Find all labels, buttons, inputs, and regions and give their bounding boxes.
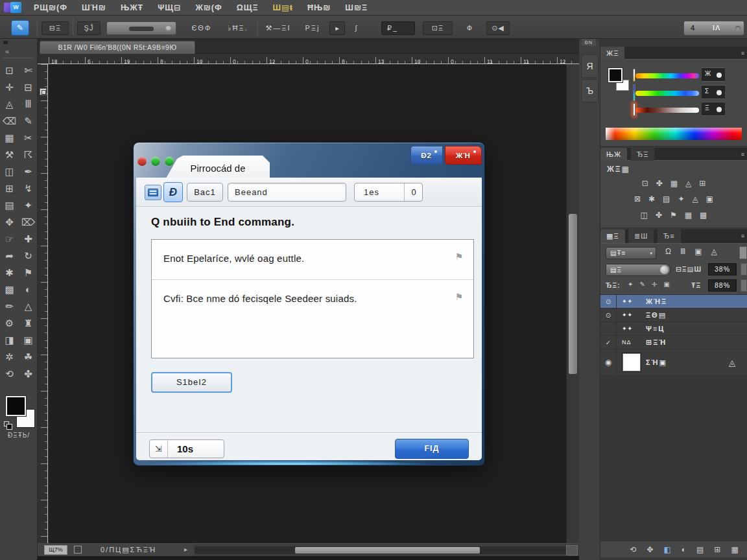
horizontal-scrollbar-thumb[interactable] (295, 547, 480, 554)
panel-menu-icon[interactable]: ≡ (741, 151, 744, 158)
history-panel-icon[interactable]: Я (581, 54, 599, 78)
swatch-row[interactable]: ⊠✱▤✦◬▣ (600, 194, 747, 204)
menu-item[interactable]: ШΉ₪ (75, 0, 113, 16)
panel-menu-icon[interactable]: ≡ (741, 233, 744, 239)
layer-name[interactable]: Ψ≡Ц (646, 322, 665, 336)
dialog-action-button[interactable]: Ð2 (410, 146, 442, 165)
opacity-dropdown[interactable]: ▤Ξ (606, 264, 670, 276)
flag-icon[interactable]: ⚑ (455, 251, 463, 262)
visibility-toggle[interactable]: ✓ (600, 336, 617, 349)
tool-button[interactable]: ✒ (19, 163, 38, 180)
zoom-traffic-light[interactable] (165, 157, 174, 166)
zoom-field[interactable]: Щ7% (44, 545, 67, 555)
vertical-scrollbar[interactable] (566, 64, 579, 543)
tab-channels[interactable]: ≣Ш (628, 229, 654, 243)
tool-button[interactable]: ⟲ (0, 366, 19, 382)
saturation-slider[interactable] (635, 91, 699, 96)
vertical-scrollbar-thumb[interactable] (569, 214, 577, 374)
mode-options[interactable]: ЄΘΦ (185, 21, 218, 35)
slider-value-box[interactable]: Σ (702, 85, 725, 99)
tool-button[interactable]: ↯ (19, 180, 38, 197)
back-button[interactable]: Bac1 (187, 183, 223, 202)
tool-button[interactable]: ▦ (0, 130, 19, 146)
active-tool-button[interactable]: ✎ (11, 20, 29, 36)
tool-button[interactable]: ◬ (0, 96, 19, 113)
tool-button[interactable]: ✱ (0, 264, 19, 281)
foreground-color-swatch[interactable] (608, 68, 622, 82)
minimize-traffic-light[interactable] (151, 157, 160, 166)
pressure-icon[interactable]: ∫ (353, 21, 361, 35)
visibility-toggle[interactable] (600, 322, 617, 335)
tool-button[interactable]: ⚒ (0, 146, 19, 163)
timer-control[interactable]: ⇲ 10s (149, 439, 224, 458)
color-spectrum-ramp[interactable] (606, 128, 742, 140)
tool-button[interactable]: ✂ (19, 130, 38, 146)
layer-row[interactable]: ⊙ ✦✦ ΞΘ▤ (600, 309, 747, 322)
tool-button[interactable]: ✥ (0, 214, 19, 231)
tool-button[interactable]: ✚ (19, 231, 38, 248)
tool-button[interactable]: ☈ (19, 146, 38, 163)
tool-button[interactable]: ⊟ (19, 79, 38, 96)
count-field[interactable]: 0 (404, 183, 423, 201)
tool-button[interactable]: ✲ (0, 349, 19, 366)
layer-action-icon[interactable]: ⊞ (714, 545, 720, 554)
layer-name[interactable]: ЖΉΞ (646, 295, 667, 309)
tool-button[interactable]: ✤ (19, 366, 38, 382)
brush-preset-dropdown[interactable] (106, 21, 176, 35)
layer-row[interactable]: ✦✦ Ψ≡Ц (600, 322, 747, 336)
visibility-toggle[interactable]: ◉ (600, 349, 617, 375)
layer-row[interactable]: ⊙ ✦✦ ЖΉΞ (600, 295, 747, 309)
options-field[interactable]: ₽_ (381, 21, 415, 35)
tab-color[interactable]: ЖΞ (600, 47, 624, 60)
layer-action-icon[interactable]: ◐ (682, 545, 686, 554)
panel-menu-icon[interactable]: ≡ (741, 50, 744, 56)
layer-action-icon[interactable]: ▦ (731, 545, 738, 554)
reset-colors-icon[interactable] (4, 421, 9, 426)
tool-button[interactable]: Ⅲ (19, 96, 38, 113)
tool-button[interactable]: ▣ (19, 332, 38, 349)
edit-mode-icons[interactable]: ÐΞŦЬ/ (0, 432, 38, 439)
menu-item[interactable]: ЊЖŦ (113, 0, 150, 16)
layer-action-icon[interactable]: ▤ (696, 545, 704, 554)
tool-button[interactable]: ▤ (0, 197, 19, 214)
tool-button[interactable]: ↻ (19, 248, 38, 264)
tool-button[interactable]: ◨ (0, 332, 19, 349)
menu-item[interactable]: ĦЊ₪ (300, 0, 338, 16)
flow-options[interactable]: ⚒—ΞΙ (262, 21, 294, 35)
filter-icons[interactable]: ΩⅢ▣◬ (665, 247, 726, 256)
layer-row[interactable]: ◉ ΣΉ▣ ◬ (600, 349, 747, 376)
tool-button[interactable]: ⊡ (0, 62, 19, 79)
layer-action-icon[interactable]: ⟲ (630, 545, 636, 554)
blend-mode-dropdown[interactable]: ▤Ŧ≡▾ (606, 247, 656, 259)
search-input[interactable]: Beeand (228, 183, 346, 202)
menu-item[interactable]: ΩЩΞ (230, 0, 266, 16)
tool-button[interactable]: ✏ (0, 298, 19, 315)
tool-button[interactable]: ✎ (19, 113, 38, 130)
tab-swatches[interactable]: ЊЖ (600, 148, 627, 161)
list-item[interactable]: Enot Epelaríce, wvlé oag euttle. ⚑ (152, 240, 473, 280)
status-checkbox[interactable] (74, 546, 82, 554)
preview-toggle-button[interactable]: ⊙◀ (486, 21, 510, 35)
slide-button[interactable]: S1beI2 (151, 372, 232, 393)
fill-value[interactable]: 88% (708, 279, 737, 292)
properties-panel-icon[interactable]: Ъ (581, 79, 599, 102)
slider-value-box[interactable]: Ж (702, 67, 725, 82)
layer-name[interactable]: ΞΘ▤ (646, 309, 667, 322)
layer-name[interactable]: ΣΉ▣ (646, 349, 667, 376)
record-icon-button[interactable]: Ð (163, 182, 183, 202)
tool-button[interactable]: ⚑ (19, 264, 38, 281)
brush-toggle-button[interactable]: ŞĴ (77, 21, 101, 35)
tab-paths[interactable]: Ђ≡ (658, 229, 681, 243)
tool-button[interactable]: ✄ (19, 62, 38, 79)
menu-item[interactable]: Ж₪(Ф (188, 0, 229, 16)
lock-icons[interactable]: ✦✎✛▣ (628, 281, 676, 288)
tool-preset-button[interactable]: ⊟Ξ (42, 21, 69, 35)
tool-button[interactable]: ⌦ (19, 214, 38, 231)
menu-item[interactable]: ΨЩ⊟ (150, 0, 188, 16)
play-button[interactable]: ► (329, 21, 345, 35)
tool-button[interactable]: ✦ (19, 197, 38, 214)
tool-button[interactable]: ⊞ (0, 180, 19, 197)
tool-button[interactable]: ⌫ (0, 113, 19, 130)
hue-slider[interactable] (635, 73, 699, 78)
yes-field[interactable]: 1es (355, 183, 404, 201)
